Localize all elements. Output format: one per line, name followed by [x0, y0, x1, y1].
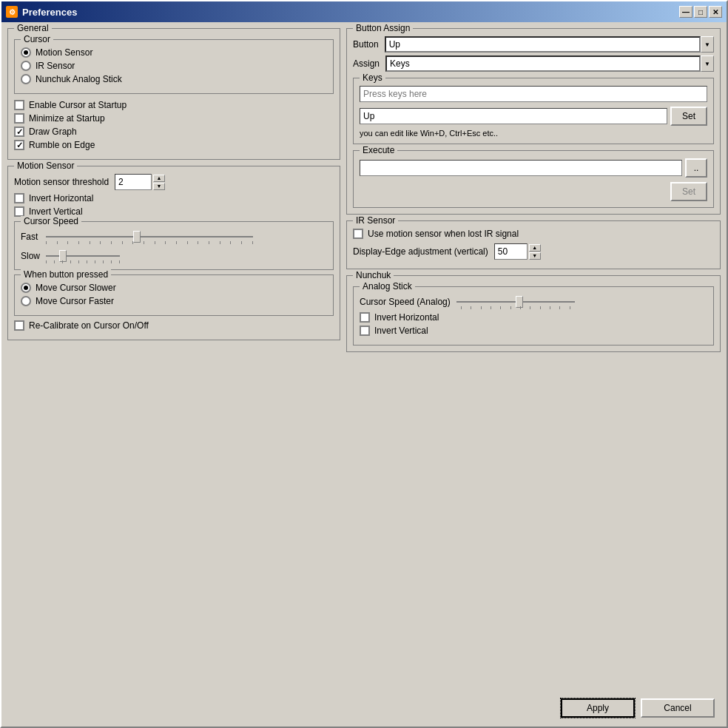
fast-slider[interactable] — [46, 229, 253, 244]
checkbox-recalibrate[interactable]: Re-Calibrate on Cursor On/Off — [14, 320, 334, 331]
checkbox-minimize-label: Minimize at Startup — [29, 113, 105, 124]
assign-select-wrapper: Keys ▼ — [385, 55, 714, 72]
checkbox-draw-graph-btn[interactable]: ✓ — [14, 127, 24, 137]
checkbox-minimize[interactable]: Minimize at Startup — [14, 113, 334, 124]
checkbox-analog-invert-h[interactable]: Invert Horizontal — [360, 312, 707, 323]
press-keys-input[interactable] — [360, 86, 707, 102]
radio-motion-sensor[interactable]: Motion Sensor — [21, 47, 327, 58]
keys-set-button[interactable]: Set — [670, 107, 707, 126]
ir-sensor-group: IR Sensor Use motion sensor when lost IR… — [346, 220, 721, 269]
checkbox-invert-v-btn[interactable] — [14, 206, 24, 217]
button-select-text[interactable]: Up — [385, 36, 701, 53]
radio-move-slower-btn[interactable] — [21, 283, 31, 293]
checkbox-rumble-label: Rumble on Edge — [29, 140, 95, 150]
radio-nunchuk-btn[interactable] — [21, 74, 31, 84]
slow-slider[interactable] — [46, 249, 120, 263]
display-edge-input[interactable] — [494, 243, 528, 260]
assign-field-label: Assign — [353, 58, 380, 69]
display-edge-spin-btns: ▲ ▼ — [529, 244, 541, 260]
button-assign-group: Button Assign Button Up ▼ Assign — [346, 28, 721, 215]
button-select-wrapper: Up ▼ — [385, 36, 714, 53]
checkbox-invert-v[interactable]: Invert Vertical — [14, 206, 334, 217]
keys-section-label: Keys — [360, 73, 385, 83]
threshold-down-btn[interactable]: ▼ — [153, 183, 165, 190]
analog-speed-row: Cursor Speed (Analog) — [360, 294, 707, 309]
fast-label: Fast — [21, 232, 43, 242]
cursor-speed-group: Cursor Speed Fast — [14, 221, 334, 270]
nunchuk-group: Nunchuk Analog Stick Cursor Speed (Analo… — [346, 275, 721, 352]
app-icon: ⚙ — [6, 6, 18, 18]
checkbox-use-motion-label: Use motion sensor when lost IR signal — [368, 229, 519, 239]
radio-move-faster-btn[interactable] — [21, 296, 31, 306]
content-area: General Cursor Motion Sensor IR Sensor — [1, 22, 727, 727]
threshold-up-btn[interactable]: ▲ — [153, 175, 165, 182]
checkbox-invert-h[interactable]: Invert Horizontal — [14, 193, 334, 203]
key-value-row: Set — [360, 107, 707, 126]
display-edge-up-btn[interactable]: ▲ — [529, 244, 541, 252]
radio-move-faster[interactable]: Move Cursor Faster — [21, 296, 327, 306]
checkbox-use-motion[interactable]: Use motion sensor when lost IR signal — [353, 229, 714, 239]
checkbox-invert-h-btn[interactable] — [14, 193, 24, 203]
checkbox-draw-graph-label: Draw Graph — [29, 127, 77, 137]
nunchuk-label: Nunchuk — [353, 270, 394, 280]
fast-slider-track: Fast — [21, 229, 327, 244]
display-edge-row: Display-Edge adjustment (vertical) ▲ ▼ — [353, 243, 714, 260]
radio-move-slower-label: Move Cursor Slower — [36, 283, 116, 293]
threshold-spin-btns: ▲ ▼ — [153, 175, 165, 190]
radio-move-faster-label: Move Cursor Faster — [36, 296, 114, 306]
radio-nunchuk-label: Nunchuk Analog Stick — [36, 74, 122, 84]
display-edge-down-btn[interactable]: ▼ — [529, 252, 541, 260]
motion-sensor-group: Motion Sensor Motion sensor threshold ▲ … — [7, 166, 340, 340]
general-label: General — [14, 23, 52, 33]
checkbox-analog-invert-v-btn[interactable] — [360, 326, 370, 336]
checkbox-analog-invert-h-btn[interactable] — [360, 312, 370, 323]
checkbox-draw-graph[interactable]: ✓ Draw Graph — [14, 127, 334, 137]
ir-sensor-label: IR Sensor — [353, 215, 398, 226]
keys-hint: you can edit like Win+D, Ctrl+Esc etc.. — [360, 129, 707, 138]
assign-select-text[interactable]: Keys — [385, 55, 701, 72]
checkbox-use-motion-btn[interactable] — [353, 229, 363, 239]
threshold-input[interactable] — [115, 174, 152, 190]
execute-browse-button[interactable]: .. — [685, 158, 707, 178]
close-button[interactable]: ✕ — [709, 6, 722, 18]
keys-section: Keys Set you can edit like Win+D, Ctrl+E… — [353, 78, 714, 144]
checkbox-rumble[interactable]: ✓ Rumble on Edge — [14, 140, 334, 150]
checkbox-minimize-btn[interactable] — [14, 113, 24, 124]
radio-ir-sensor[interactable]: IR Sensor — [21, 61, 327, 71]
button-select-arrow[interactable]: ▼ — [701, 36, 714, 53]
execute-set-button[interactable]: Set — [670, 182, 707, 201]
execute-input[interactable] — [360, 160, 682, 176]
threshold-row: Motion sensor threshold ▲ ▼ — [14, 174, 334, 190]
assign-select-arrow[interactable]: ▼ — [701, 55, 714, 72]
fast-ticks — [46, 241, 253, 244]
display-edge-spin: ▲ ▼ — [494, 243, 541, 260]
checkbox-rumble-btn[interactable]: ✓ — [14, 140, 24, 150]
button-row: Button Up ▼ — [353, 36, 714, 53]
slow-label: Slow — [21, 251, 43, 261]
display-edge-label: Display-Edge adjustment (vertical) — [353, 246, 488, 257]
preferences-window: ⚙ Preferences — □ ✕ General Cursor — [0, 0, 728, 728]
fast-rail — [46, 236, 253, 237]
checkbox-analog-invert-v[interactable]: Invert Vertical — [360, 326, 707, 336]
analog-stick-group: Analog Stick Cursor Speed (Analog) — [353, 286, 714, 346]
radio-nunchuk[interactable]: Nunchuk Analog Stick — [21, 74, 327, 84]
execute-section: Execute .. Set — [353, 150, 714, 208]
analog-speed-slider[interactable] — [456, 294, 575, 309]
apply-button[interactable]: Apply — [561, 698, 635, 718]
title-bar: ⚙ Preferences — □ ✕ — [1, 1, 727, 22]
minimize-button[interactable]: — — [679, 6, 692, 18]
checkbox-recalibrate-btn[interactable] — [14, 320, 24, 331]
radio-ir-sensor-btn[interactable] — [21, 61, 31, 71]
radio-motion-sensor-btn[interactable] — [21, 47, 31, 58]
title-bar-left: ⚙ Preferences — [6, 6, 77, 18]
cursor-group: Cursor Motion Sensor IR Sensor Nunchuk A… — [14, 39, 334, 94]
maximize-button[interactable]: □ — [694, 6, 707, 18]
checkbox-enable-cursor-btn[interactable] — [14, 100, 24, 110]
cursor-speed-label: Cursor Speed — [21, 216, 81, 226]
cancel-button[interactable]: Cancel — [641, 698, 715, 718]
when-button-group: When button pressed Move Cursor Slower M… — [14, 274, 334, 316]
checkbox-enable-cursor[interactable]: Enable Cursor at Startup — [14, 100, 334, 110]
radio-move-slower[interactable]: Move Cursor Slower — [21, 283, 327, 293]
key-value-input[interactable] — [360, 108, 667, 124]
radio-motion-sensor-label: Motion Sensor — [36, 47, 92, 58]
